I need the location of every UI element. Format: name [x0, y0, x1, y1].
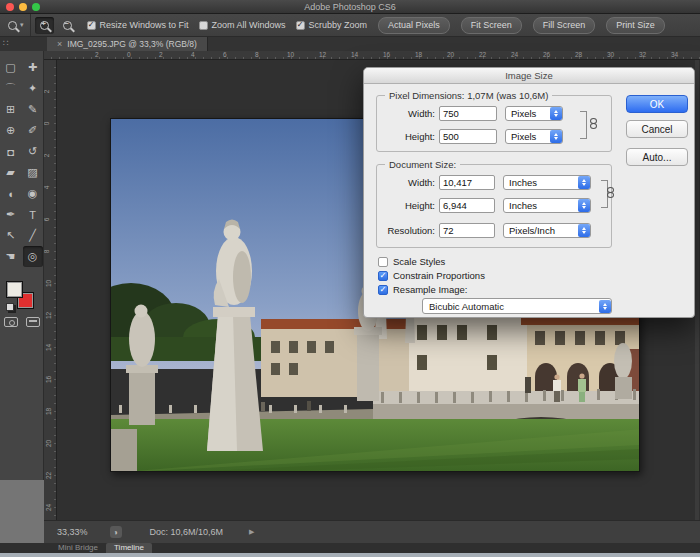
zoom-all-windows-checkbox[interactable]: ✓ Zoom All Windows	[199, 20, 286, 30]
cancel-button[interactable]: Cancel	[626, 120, 688, 138]
check-icon: ✓	[379, 271, 386, 280]
tool-preset-picker[interactable]: ▾	[0, 14, 31, 36]
checkbox-label: Constrain Proportions	[393, 270, 485, 281]
history-brush-tool[interactable]: ↺	[23, 141, 43, 162]
line-tool[interactable]: ╱	[23, 225, 43, 246]
ruler-label: 12	[319, 51, 326, 58]
pen-tool[interactable]: ✒	[1, 204, 21, 225]
sponge-tool[interactable]: ◉	[23, 183, 43, 204]
rectangular-marquee-tool[interactable]: ▢	[1, 57, 21, 78]
clone-stamp-tool[interactable]: ◘	[1, 141, 21, 162]
zoom-window-button[interactable]	[32, 3, 40, 11]
stepper-icon[interactable]	[578, 176, 590, 189]
default-colors-icon[interactable]	[6, 303, 14, 311]
dodge-tool[interactable]: ◖	[1, 183, 21, 204]
zoom-in-mode-button[interactable]: +	[35, 17, 54, 34]
chevron-down-icon[interactable]: ▾	[20, 21, 24, 29]
bottom-panel-tabs: Mini Bridge Timeline	[0, 543, 700, 553]
stepper-icon[interactable]	[578, 199, 590, 212]
foreground-color-swatch[interactable]	[6, 281, 23, 298]
path-selection-tool[interactable]: ↖	[1, 225, 21, 246]
doc-height-label: Height:	[377, 200, 439, 211]
resample-image-checkbox[interactable]: ✓ Resample Image:	[378, 284, 467, 295]
resolution-unit-select[interactable]: Pixels/Inch	[503, 223, 591, 238]
screen-mode-button[interactable]	[26, 317, 40, 327]
pixel-height-unit-select[interactable]: Pixels	[505, 129, 563, 144]
stepper-icon[interactable]	[578, 224, 590, 237]
document-tab-bar: ∷ × IMG_0295.JPG @ 33,3% (RGB/8)	[0, 37, 700, 51]
dialog-title[interactable]: Image Size	[364, 68, 694, 84]
ruler-label: 6	[223, 51, 227, 58]
type-tool[interactable]: T	[23, 204, 43, 225]
checkbox-box[interactable]: ✓	[87, 21, 96, 30]
image-size-dialog: Image Size Pixel Dimensions: 1,07M (was …	[363, 67, 695, 318]
close-tab-icon[interactable]: ×	[57, 39, 62, 49]
pixel-height-input[interactable]: 500	[439, 129, 497, 144]
quick-mask-mode-button[interactable]	[4, 317, 18, 327]
zoom-out-mode-button[interactable]: −	[58, 17, 77, 34]
ruler-label: 8	[255, 51, 259, 58]
stepper-icon[interactable]	[599, 300, 611, 313]
scrubby-zoom-checkbox[interactable]: ✓ Scrubby Zoom	[296, 20, 368, 30]
constrain-proportions-checkbox[interactable]: ✓ Constrain Proportions	[378, 270, 485, 281]
tab-timeline[interactable]: Timeline	[106, 543, 152, 553]
document-tab[interactable]: × IMG_0295.JPG @ 33,3% (RGB/8)	[47, 37, 208, 51]
doc-width-unit-select[interactable]: Inches	[503, 175, 591, 190]
pixel-width-unit-select[interactable]: Pixels	[505, 106, 563, 121]
auto-button[interactable]: Auto...	[626, 148, 688, 166]
stepper-icon[interactable]	[550, 130, 562, 143]
resize-windows-to-fit-checkbox[interactable]: ✓ Resize Windows to Fit	[87, 20, 189, 30]
checkbox-box[interactable]: ✓	[296, 21, 305, 30]
ruler-label: 2	[43, 154, 50, 158]
checkbox-label: Scale Styles	[393, 256, 445, 267]
stepper-icon[interactable]	[550, 107, 562, 120]
move-tool[interactable]: ✚	[23, 57, 43, 78]
lasso-tool[interactable]: ⌒	[1, 78, 21, 99]
ok-button[interactable]: OK	[626, 95, 688, 113]
checkbox-box[interactable]: ✓	[378, 285, 388, 295]
vertical-scrollbar[interactable]	[695, 60, 699, 520]
close-window-button[interactable]	[6, 3, 14, 11]
horizontal-ruler: 20246810121416182022242628303234	[44, 51, 700, 60]
checkbox-box[interactable]: ✓	[378, 271, 388, 281]
doc-height-input[interactable]: 6,944	[439, 198, 495, 213]
check-icon: ✓	[88, 21, 95, 29]
resample-method-select[interactable]: Bicubic Automatic	[422, 298, 612, 314]
pixel-width-input[interactable]: 750	[439, 106, 497, 121]
minimize-window-button[interactable]	[19, 3, 27, 11]
resolution-input[interactable]: 72	[439, 223, 495, 238]
crop-tool[interactable]: ⊞	[1, 99, 21, 120]
zoom-level-field[interactable]: 33,33%	[57, 527, 88, 537]
scale-styles-checkbox[interactable]: ✓ Scale Styles	[378, 256, 445, 267]
fit-screen-button[interactable]: Fit Screen	[461, 17, 522, 34]
eraser-tool[interactable]: ▰	[1, 162, 21, 183]
checkbox-box[interactable]: ✓	[199, 21, 208, 30]
document-size-legend: Document Size:	[385, 159, 460, 170]
checkbox-box[interactable]: ✓	[378, 257, 388, 267]
fill-screen-button[interactable]: Fill Screen	[533, 17, 596, 34]
ruler-label: 4	[43, 186, 50, 190]
actual-pixels-button[interactable]: Actual Pixels	[378, 17, 450, 34]
ruler-label: 32	[639, 51, 646, 58]
unit-value: Pixels	[511, 108, 536, 119]
quick-selection-tool[interactable]: ✦	[23, 78, 43, 99]
doc-height-unit-select[interactable]: Inches	[503, 198, 591, 213]
healing-brush-tool[interactable]: ⊕	[1, 120, 21, 141]
checkbox-label: Scrubby Zoom	[309, 20, 368, 30]
brush-tool[interactable]: ✐	[23, 120, 43, 141]
ruler-label: 14	[45, 344, 52, 351]
ruler-label: 10	[287, 51, 294, 58]
eyedropper-tool[interactable]: ✎	[23, 99, 43, 120]
document-size-group: Document Size: Width: 10,417 Inches Heig…	[376, 164, 612, 248]
doc-width-input[interactable]: 10,417	[439, 175, 495, 190]
ruler-label: 14	[351, 51, 358, 58]
print-size-button[interactable]: Print Size	[606, 17, 665, 34]
gradient-tool[interactable]: ▨	[23, 162, 43, 183]
status-menu-arrow-icon[interactable]: ▶	[249, 528, 254, 536]
pixel-dimensions-legend: Pixel Dimensions: 1,07M (was 10,6M)	[385, 90, 552, 101]
ruler-label: 2	[95, 51, 99, 58]
tab-mini-bridge[interactable]: Mini Bridge	[50, 543, 106, 553]
hand-tool[interactable]: ☚	[1, 246, 21, 267]
zoom-tool[interactable]: ◎	[23, 246, 43, 267]
status-badge-icon: ◑	[110, 526, 122, 538]
